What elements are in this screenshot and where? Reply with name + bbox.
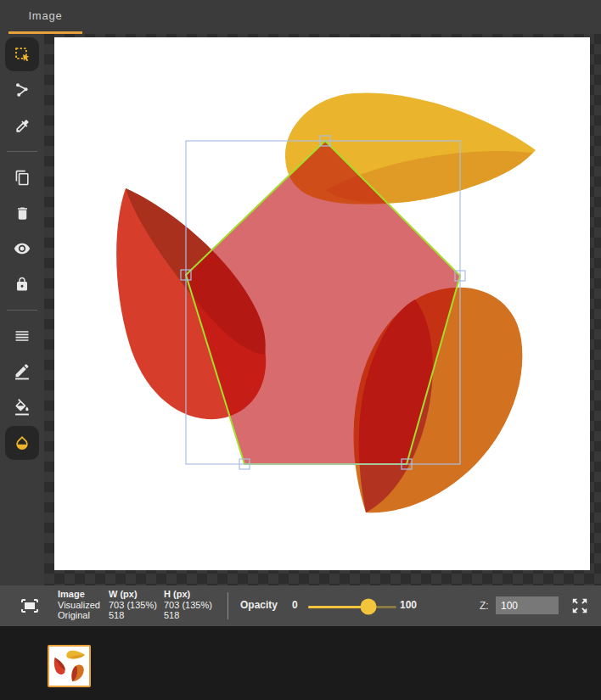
layers-button[interactable] [5, 319, 39, 353]
statusbar: Image W (px) H (px) Visualized 703 (135%… [0, 585, 601, 626]
image-canvas[interactable] [54, 37, 590, 570]
fit-screen-icon [20, 604, 40, 619]
duplicate-button[interactable] [5, 160, 39, 194]
row-visualized-label: Visualized [58, 600, 109, 611]
opacity-min-label: 0 [292, 599, 298, 611]
opacity-button[interactable] [5, 426, 39, 460]
workspace [0, 34, 601, 585]
lock-icon [14, 277, 30, 292]
eye-icon [14, 240, 31, 257]
opacity-label: Opacity [240, 599, 278, 611]
fill-button[interactable] [5, 390, 39, 424]
lock-button[interactable] [5, 267, 39, 301]
eyedropper-icon [14, 118, 31, 134]
z-index-label: Z: [480, 600, 489, 612]
image-size-table: Image W (px) H (px) Visualized 703 (135%… [58, 589, 216, 621]
delete-button[interactable] [5, 196, 39, 230]
expand-button[interactable] [570, 596, 589, 615]
duplicate-icon [14, 170, 31, 186]
col-header-width: W (px) [109, 589, 164, 600]
image-thumbnail[interactable] [48, 645, 91, 687]
expand-arrows-icon [570, 603, 589, 618]
droplet-icon [14, 434, 31, 451]
rectangle-select-icon [14, 46, 31, 64]
tab-image-label: Image [28, 9, 62, 22]
tab-image[interactable]: Image [8, 0, 82, 34]
visualized-height: 703 (135%) [164, 600, 216, 611]
original-width: 518 [109, 610, 164, 621]
thumbnail-pinwheel [54, 651, 85, 681]
canvas-backdrop [44, 34, 601, 585]
paint-bucket-icon [14, 399, 31, 416]
layers-icon [14, 328, 31, 344]
fit-screen-button[interactable] [20, 596, 40, 616]
visibility-button[interactable] [5, 232, 39, 266]
toolbar [0, 34, 44, 585]
rectangle-select-button[interactable] [5, 37, 39, 71]
trash-icon [14, 205, 31, 221]
edit-button[interactable] [5, 355, 39, 389]
statusbar-divider [227, 592, 228, 619]
col-header-height: H (px) [164, 589, 216, 600]
polygon-icon [14, 81, 31, 98]
filmstrip [0, 626, 601, 700]
visualized-width: 703 (135%) [109, 600, 164, 611]
annotation-app: Image [0, 0, 601, 700]
opacity-max-label: 100 [400, 599, 417, 611]
toolbar-divider [7, 310, 37, 311]
opacity-slider-fill [308, 606, 368, 608]
pencil-icon [14, 363, 31, 380]
z-index-input[interactable] [496, 596, 559, 614]
opacity-slider[interactable] [308, 598, 396, 615]
col-header-image: Image [58, 589, 109, 600]
eyedropper-button[interactable] [5, 109, 39, 143]
opacity-slider-thumb[interactable] [360, 599, 376, 615]
original-height: 518 [164, 610, 216, 621]
toolbar-divider [7, 151, 37, 152]
polygon-tool-button[interactable] [5, 73, 39, 107]
row-original-label: Original [58, 610, 109, 621]
topbar: Image [0, 0, 601, 34]
